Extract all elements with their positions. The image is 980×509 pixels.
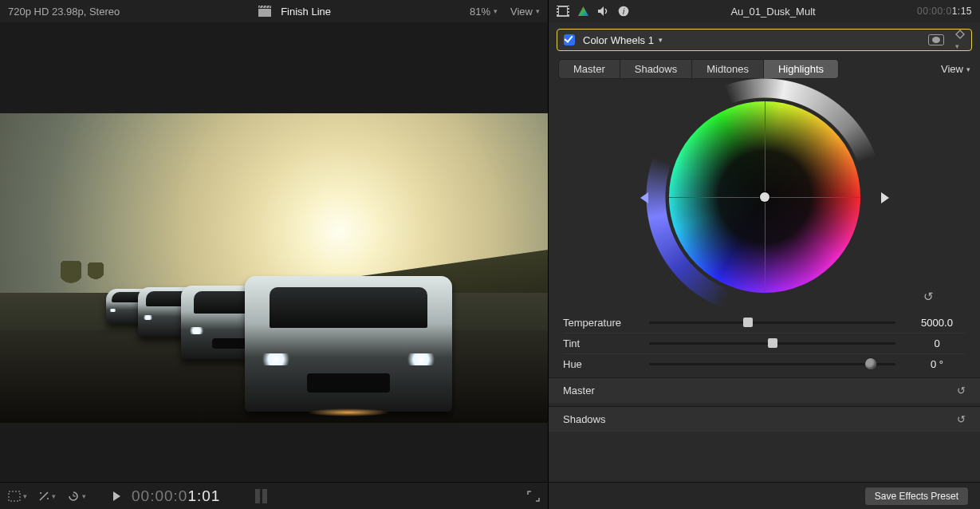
tint-thumb[interactable] bbox=[768, 338, 777, 348]
info-inspector-tab[interactable]: i bbox=[618, 6, 629, 17]
video-inspector-tab[interactable] bbox=[557, 6, 569, 17]
correction-row: Color Wheels 1 ▾ ▾ bbox=[557, 29, 972, 51]
inspector-view-label: View bbox=[941, 63, 963, 75]
clip-title: Finish Line bbox=[281, 6, 331, 18]
svg-marker-20 bbox=[578, 6, 588, 16]
correction-name-dropdown[interactable]: Color Wheels 1 ▾ bbox=[583, 34, 663, 46]
svg-rect-19 bbox=[568, 13, 569, 14]
section-shadows-label: Shadows bbox=[563, 413, 605, 425]
temperature-value[interactable]: 5000.0 bbox=[908, 317, 966, 329]
svg-rect-14 bbox=[557, 6, 558, 8]
tc-dim: 00:00:0 bbox=[132, 487, 187, 504]
svg-rect-15 bbox=[557, 10, 558, 11]
speaker-icon bbox=[597, 6, 610, 17]
keyframe-icon bbox=[955, 30, 965, 39]
section-master[interactable]: Master ↺ bbox=[549, 377, 980, 403]
fullscreen-icon bbox=[527, 491, 540, 502]
chevron-down-icon: ▾ bbox=[494, 7, 498, 15]
viewer-view-dropdown[interactable]: View ▾ bbox=[510, 6, 540, 18]
wand-icon bbox=[38, 491, 49, 502]
preview-frame bbox=[0, 113, 548, 423]
reset-master-button[interactable]: ↺ bbox=[957, 385, 966, 397]
section-master-label: Master bbox=[563, 385, 595, 397]
svg-rect-0 bbox=[258, 9, 271, 17]
chevron-down-icon: ▾ bbox=[955, 42, 959, 50]
viewer-timecode[interactable]: 00:00:01:01 bbox=[132, 487, 220, 505]
clapperboard-icon[interactable] bbox=[258, 6, 271, 17]
svg-rect-17 bbox=[568, 6, 569, 8]
hue-value[interactable]: 0 ° bbox=[908, 358, 966, 370]
reset-shadows-button[interactable]: ↺ bbox=[957, 413, 966, 425]
hue-track[interactable] bbox=[649, 363, 895, 365]
save-effects-preset-button[interactable]: Save Effects Preset bbox=[864, 487, 969, 506]
slider-hue: Hue 0 ° bbox=[563, 353, 966, 374]
chevron-down-icon: ▾ bbox=[536, 7, 540, 15]
inspector-clip-name: Au_01_Dusk_Mult bbox=[637, 6, 909, 18]
viewer-pane: 720p HD 23.98p, Stereo Finish Line 81% ▾… bbox=[0, 0, 549, 509]
clip-format-label: 720p HD 23.98p, Stereo bbox=[8, 6, 120, 18]
slider-tint: Tint 0 bbox=[563, 333, 966, 353]
saturation-handle[interactable] bbox=[640, 192, 648, 203]
chevron-down-icon: ▾ bbox=[659, 36, 663, 44]
correction-enable-checkbox[interactable] bbox=[564, 34, 575, 45]
enhance-tool-dropdown[interactable]: ▾ bbox=[38, 491, 56, 502]
tab-shadows[interactable]: Shadows bbox=[620, 60, 692, 78]
brightness-handle[interactable] bbox=[881, 192, 889, 203]
film-strip-icon bbox=[557, 6, 569, 17]
hue-label: Hue bbox=[563, 358, 649, 370]
reset-wheel-button[interactable]: ↺ bbox=[923, 290, 934, 304]
keyframe-dropdown[interactable]: ▾ bbox=[955, 30, 965, 51]
temperature-thumb[interactable] bbox=[743, 318, 753, 327]
svg-marker-21 bbox=[598, 6, 604, 16]
crop-tool-dropdown[interactable]: ▾ bbox=[8, 491, 27, 502]
audio-skim-indicator bbox=[255, 489, 267, 503]
viewer-header: 720p HD 23.98p, Stereo Finish Line 81% ▾… bbox=[0, 0, 548, 22]
inspector-view-dropdown[interactable]: View ▾ bbox=[941, 63, 970, 75]
tc-dim: 00:00:0 bbox=[917, 6, 952, 17]
color-inspector-tab[interactable] bbox=[577, 6, 589, 17]
color-wheel[interactable] bbox=[669, 101, 860, 293]
mask-button[interactable] bbox=[928, 34, 944, 45]
svg-point-25 bbox=[932, 37, 940, 43]
tint-label: Tint bbox=[563, 337, 649, 349]
temperature-track[interactable] bbox=[649, 322, 895, 324]
temperature-label: Temperature bbox=[563, 317, 649, 329]
zoom-value: 81% bbox=[470, 6, 490, 18]
section-shadows[interactable]: Shadows ↺ bbox=[549, 406, 980, 432]
svg-rect-16 bbox=[557, 13, 558, 14]
correction-name-label: Color Wheels 1 bbox=[583, 34, 654, 46]
retime-icon bbox=[67, 491, 80, 502]
svg-rect-6 bbox=[9, 491, 20, 501]
color-wheel-area: ↺ bbox=[549, 85, 980, 309]
fullscreen-button[interactable] bbox=[527, 491, 540, 502]
color-wheel-puck[interactable] bbox=[760, 192, 769, 202]
tab-midtones[interactable]: Midtones bbox=[692, 60, 764, 78]
tint-value[interactable]: 0 bbox=[908, 337, 966, 349]
tab-highlights[interactable]: Highlights bbox=[764, 60, 838, 78]
crop-icon bbox=[8, 491, 21, 502]
svg-point-9 bbox=[47, 498, 49, 499]
chevron-down-icon: ▾ bbox=[82, 492, 86, 500]
tab-master[interactable]: Master bbox=[559, 60, 620, 78]
viewer-canvas[interactable] bbox=[0, 22, 548, 482]
viewer-view-label: View bbox=[510, 6, 533, 18]
chevron-down-icon: ▾ bbox=[23, 492, 27, 500]
svg-rect-18 bbox=[568, 10, 569, 11]
svg-point-8 bbox=[40, 492, 41, 494]
zoom-dropdown[interactable]: 81% ▾ bbox=[470, 6, 498, 18]
info-icon: i bbox=[618, 6, 629, 17]
inspector-footer: Save Effects Preset bbox=[549, 482, 980, 509]
tone-range-segmented: Master Shadows Midtones Highlights bbox=[558, 59, 839, 79]
svg-rect-13 bbox=[559, 7, 567, 15]
tc-tail: 1:15 bbox=[952, 6, 972, 17]
tint-track[interactable] bbox=[649, 342, 895, 345]
retime-tool-dropdown[interactable]: ▾ bbox=[67, 491, 86, 502]
viewer-toolbar: ▾ ▾ ▾ 00:00:01:01 bbox=[0, 482, 548, 509]
play-button[interactable] bbox=[113, 491, 120, 501]
svg-marker-26 bbox=[956, 30, 964, 38]
chevron-down-icon: ▾ bbox=[966, 65, 970, 73]
hue-thumb[interactable] bbox=[865, 358, 876, 369]
mask-icon bbox=[928, 34, 944, 45]
audio-inspector-tab[interactable] bbox=[597, 6, 610, 17]
tc-tail: 1:01 bbox=[187, 487, 220, 504]
